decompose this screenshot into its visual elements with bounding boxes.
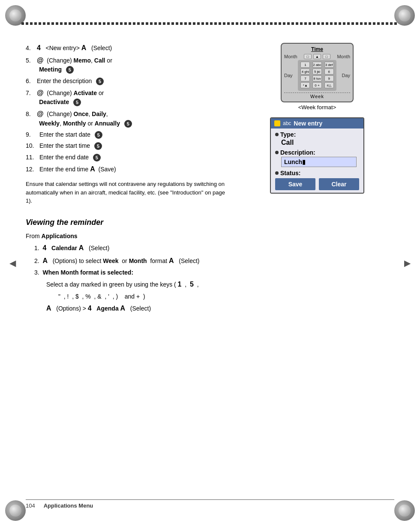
keypad-row-2: 4 ghi 5 jkl 6 mno <box>300 69 335 75</box>
key-4: 4 <box>37 44 41 51</box>
key-A-final: A <box>46 305 51 312</box>
corner-decoration-br <box>394 500 415 521</box>
desc-input[interactable]: Lunch▮ <box>281 157 357 167</box>
step-bold-text6: Once <box>74 111 89 117</box>
status-label: Status: <box>275 170 359 176</box>
key-at3: @ <box>37 110 44 117</box>
step-num: 5. <box>26 56 35 65</box>
step-action: <New entry> <box>45 45 79 51</box>
top-dashed-border <box>21 22 399 25</box>
month-label-right: Month <box>337 54 350 59</box>
keypad-row-4: *▲ 0 + #△ <box>300 82 335 88</box>
step-4: 4. 4 <New entry> A (Select) <box>26 43 231 53</box>
step3-chars: " , ! , $ , % , & , ' , ) and + ) <box>58 292 394 301</box>
desc-label: Description: <box>275 149 359 156</box>
key-A-agenda: A <box>120 305 126 312</box>
clear-button[interactable]: Clear <box>319 178 359 190</box>
key-at2: @ <box>37 89 44 96</box>
step-num: 11. <box>26 153 38 161</box>
phone-screen: Time Month □ ▲ □ Month Day <box>281 43 354 102</box>
key-2abc: 2 abc <box>312 62 322 68</box>
type-value: Call <box>275 139 359 146</box>
key-star: *▲ <box>300 82 310 88</box>
ui-title: New entry <box>294 120 322 127</box>
step3-heading: 3. When Month format is selected: <box>34 268 394 277</box>
calendar-bold: Calendar <box>51 245 77 251</box>
ui-mockup: abc New entry Type: Call Description: <box>270 117 364 194</box>
status-label-text: Status: <box>280 170 300 176</box>
key-hash: #△ <box>324 82 334 88</box>
step-circle-5a: 5 <box>66 66 74 74</box>
arrow-left-icon: ◀ <box>9 258 16 268</box>
key-6mno: 6 mno <box>324 69 334 75</box>
key-4ghi: 4 ghi <box>300 69 310 75</box>
bullet-type <box>275 133 279 136</box>
ui-body: Type: Call Description: Lunch▮ Status: <box>271 129 363 193</box>
month-label-left: Month <box>284 54 297 59</box>
type-label-text: Type: <box>280 131 296 138</box>
step-bold-text: Memo <box>74 57 91 64</box>
agenda-bold: Agenda <box>96 305 118 312</box>
view-step-3: 3. When Month format is selected: Select… <box>34 268 394 314</box>
step-save-detail: (Save) <box>99 166 116 173</box>
step-num: 10. <box>26 141 38 150</box>
two-column-layout: 4. 4 <New entry> A (Select) 5. @ (Change… <box>26 43 394 205</box>
day-row: Day 1 2 abc 3 def 4 ghi 5 jkl 6 mno <box>284 60 350 91</box>
section-name: Applications Menu <box>44 502 93 509</box>
step-num: 12. <box>26 165 38 173</box>
instructions-column: 4. 4 <New entry> A (Select) 5. @ (Change… <box>26 43 231 205</box>
week-label: Week <box>284 93 350 99</box>
step-num: 4. <box>26 44 35 52</box>
step3-sub: Select a day marked in green by using th… <box>46 279 394 290</box>
save-button[interactable]: Save <box>275 178 315 190</box>
key-A-save: A <box>90 165 95 173</box>
nav-buttons: □ ▲ □ <box>304 54 330 59</box>
step3-final: A (Options) > 4 Agenda A (Select) <box>46 303 394 314</box>
step-text: Enter the description <box>37 78 92 84</box>
button-row: Save Clear <box>275 178 359 190</box>
step-bold-text5: Deactivate <box>39 99 69 105</box>
nav-btn-1: □ <box>304 54 312 59</box>
step-circle-5g: 5 <box>93 154 101 161</box>
second-section: Viewing the reminder From Applications 1… <box>26 218 394 314</box>
month-bold: Month <box>129 257 147 264</box>
nav-btn-2: ▲ <box>313 54 321 59</box>
step-num: 9. <box>26 130 38 139</box>
key-A-sel: A <box>169 257 174 264</box>
right-column: Time Month □ ▲ □ Month Day <box>240 43 394 205</box>
key-4-agenda: 4 <box>88 305 92 312</box>
key-A-opt: A <box>42 257 48 264</box>
step-6: 6. Enter the description 5 <box>26 77 231 85</box>
steps-list: 4. 4 <New entry> A (Select) 5. @ (Change… <box>26 43 231 174</box>
bullet-status <box>275 171 279 175</box>
step-num: 7. <box>26 89 35 97</box>
day-label-right: Day <box>342 73 350 78</box>
step-circle-5b: 5 <box>96 78 104 85</box>
arrow-right-icon: ▶ <box>404 258 411 268</box>
key-A-v: A <box>79 244 84 251</box>
step-bold-text7: Daily <box>92 111 106 117</box>
step-num: 6. <box>26 77 35 85</box>
day-label-left: Day <box>284 73 293 78</box>
key-at: @ <box>37 57 44 64</box>
diagram-caption: <Week format> <box>281 104 354 111</box>
week-bold: Week <box>103 257 118 264</box>
step-text: Enter the end date <box>39 154 89 161</box>
step-bold-text8: Weekly <box>39 120 60 127</box>
step-8: 8. @ (Change) Once, Daily, Weekly, Month… <box>26 109 231 127</box>
step-detail: (Select) <box>88 45 112 51</box>
step-detail: (Change) <box>47 111 72 117</box>
step-bold-text3: Meeting <box>39 66 62 73</box>
key-8tuv: 8 tuv <box>312 75 322 81</box>
step-7: 7. @ (Change) Activate or Deactivate 5 <box>26 88 231 106</box>
step-bold-text2: Call <box>94 57 105 64</box>
step-circle-5f: 5 <box>94 142 102 150</box>
view-step-1: 1. 4 Calendar A (Select) <box>34 242 394 254</box>
step-bold-text10: Annually <box>95 120 120 127</box>
step-text: Enter the start time <box>39 142 90 149</box>
phone-diagram: Time Month □ ▲ □ Month Day <box>281 43 354 111</box>
keypad: 1 2 abc 3 def 4 ghi 5 jkl 6 mno 7 pqrs <box>298 60 337 91</box>
step-bold-text4: Activate <box>74 90 97 96</box>
key-1: 1 <box>300 62 310 68</box>
step-bold-text9: Monthly <box>63 120 86 127</box>
